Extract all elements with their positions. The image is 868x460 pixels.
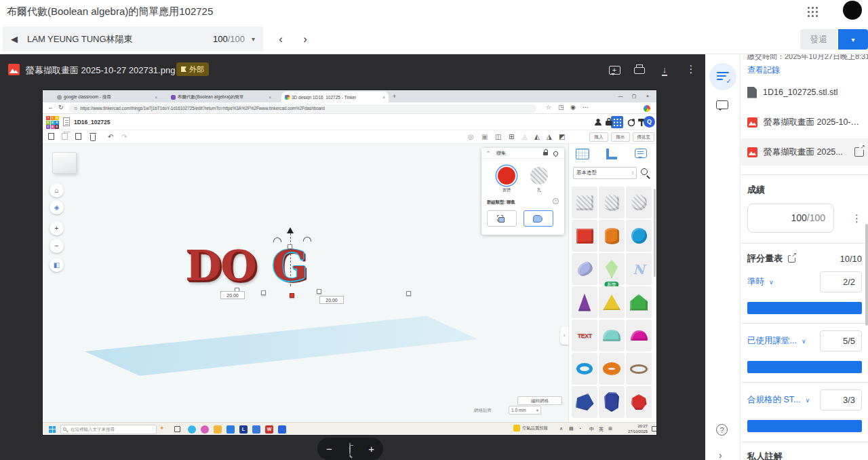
file-item-image-2-selected[interactable]: 螢幕擷取畫面 2025...	[741, 138, 868, 166]
rubric-total: 10/10	[840, 254, 862, 264]
shapes-panel: 基本造型↕ 新增!NTEXT	[568, 144, 656, 422]
external-badge: 外部	[176, 62, 209, 76]
search-shapes-icon	[641, 168, 648, 175]
minimize-icon: —	[615, 90, 626, 102]
chevron-down-icon[interactable]: ∨	[802, 338, 806, 345]
rubric-score[interactable]: 2/2	[820, 271, 862, 292]
shape-half-sphere	[626, 320, 652, 351]
chevron-down-icon[interactable]: ▾	[252, 35, 255, 43]
google-apps-icon[interactable]	[807, 6, 819, 18]
rubric-criterion-link[interactable]: 準時	[747, 276, 764, 288]
taskbar-app-word: W	[265, 425, 273, 434]
logo-tile: C	[46, 125, 50, 129]
zoom-in-button[interactable]: +	[368, 443, 374, 455]
return-button-group: 發還 ▾	[800, 29, 868, 50]
shape-box-hole	[572, 187, 597, 218]
shape-cone	[572, 286, 597, 318]
top-bar: 布爾代數(Boolean algebra)的簡單應用102725	[0, 0, 868, 24]
tinkercad-doc-name: 1D16_102725	[74, 119, 110, 126]
rubric-progress-bar	[747, 302, 862, 314]
notes-tool-icon	[635, 149, 651, 164]
clock: 20:2727/10/2025	[619, 424, 648, 434]
material-icon: ▣	[481, 133, 490, 141]
zoom-reset-button[interactable]	[349, 443, 351, 455]
logo-tile: R	[55, 121, 59, 125]
grade-section-label: 成績	[747, 184, 862, 196]
open-rubric-icon[interactable]	[788, 255, 795, 263]
user-avatar[interactable]	[843, 1, 862, 20]
shape-wedge	[626, 286, 652, 318]
toolbox-bag-icon	[604, 117, 614, 127]
tinkercad-viewport: ⌂ ◈ + − ◧ D O G 20.00	[43, 144, 568, 422]
search-icon	[63, 427, 66, 431]
open-in-new-icon[interactable]	[854, 147, 864, 157]
file-item-image-1[interactable]: 螢幕擷取畫面 2025-10-27 ...	[747, 109, 862, 136]
ungroup-icon: ⊞	[509, 133, 517, 141]
collapse-sidebar-icon[interactable]: ›	[719, 450, 722, 460]
grade-input[interactable]: 100/100	[747, 204, 834, 233]
chevron-down-icon[interactable]: ∨	[769, 279, 774, 286]
reload-icon: ↻	[58, 104, 64, 111]
previous-student-icon[interactable]: ◀	[11, 34, 18, 44]
close-tab-icon: ×	[269, 95, 271, 100]
browser-avatar	[644, 105, 650, 112]
workplane-tool-icon	[576, 149, 592, 164]
sidebar-content: 繳交時間：2025年10月27日晚上8:31 查看記錄 1D16_102725.…	[741, 54, 868, 460]
classroom-grading-app: 布爾代數(Boolean algebra)的簡單應用102725 ◀ LAM Y…	[0, 0, 868, 460]
view-history-link[interactable]: 查看記錄	[747, 64, 862, 76]
zoom-out-button[interactable]: −	[326, 443, 332, 455]
ime-lang-a: 中	[589, 426, 594, 433]
help-icon[interactable]: ?	[716, 424, 728, 436]
delete-icon	[90, 133, 98, 141]
more-options-button[interactable]: ⋮	[684, 63, 698, 78]
perspective-toggle-icon: ◧	[50, 258, 64, 272]
rubric-score[interactable]: 5/5	[820, 330, 862, 351]
task-view-icon	[174, 426, 180, 432]
tinkercad-toolbar: ↶ ↷ ◎ ▣ ◫ ⊞ ◬ ◭ ◮ ◩ 匯入 匯出 傳送至	[43, 130, 656, 144]
grade-menu-icon[interactable]: ⋮	[852, 212, 862, 225]
add-comment-button[interactable]: +	[607, 63, 622, 78]
fit-view-icon: ◈	[50, 200, 64, 214]
preview-filename: 螢幕擷取畫面 2025-10-27 202731.png	[26, 64, 175, 77]
tray-expand-icon: ∧	[559, 426, 563, 432]
shape-prism	[599, 386, 625, 418]
private-comments-label: 私人註解	[747, 451, 862, 460]
shape-cylinder-hole	[599, 187, 625, 218]
hole-swatch	[530, 167, 548, 185]
return-button[interactable]: 發還	[800, 29, 837, 50]
height-guide-line	[290, 233, 291, 286]
rubric-score[interactable]: 3/3	[820, 389, 862, 410]
paste-icon	[62, 133, 70, 141]
taskbar-app-app-teams	[278, 425, 286, 434]
grading-tab-icon[interactable]: ✓	[709, 63, 736, 90]
next-submission-button[interactable]: ›	[297, 31, 313, 47]
shape-pyramid	[599, 286, 625, 318]
logo-tile: A	[51, 125, 55, 129]
file-item-stl[interactable]: 1D16_102725.stl.stl	[747, 79, 862, 106]
rubric-criterion-link[interactable]: 合規格的 ST...	[747, 394, 800, 406]
shape-polygon	[572, 386, 597, 418]
return-options-button[interactable]: ▾	[838, 29, 868, 50]
copy-icon	[48, 133, 56, 141]
student-selector[interactable]: ◀ LAM YEUNG TUNG林陽東 100/100 ▾	[3, 26, 263, 52]
print-button[interactable]	[632, 63, 647, 78]
shape-cylinder	[599, 220, 625, 252]
comments-tab-icon[interactable]	[716, 100, 728, 109]
news-ticker: 空氣品質預報	[513, 425, 548, 432]
prev-submission-button[interactable]: ‹	[273, 31, 289, 47]
rotate-handle-icon	[273, 237, 281, 242]
submission-screenshot-image[interactable]: google classroom - 搜尋× 布爾代數(Boolean alge…	[43, 90, 656, 435]
student-score: 100/100	[213, 34, 245, 44]
send-to-button: 傳送至	[633, 132, 654, 142]
sidebar-scrollbar[interactable]	[865, 224, 868, 326]
shape-text: TEXT	[572, 320, 597, 351]
logo-tile: N	[55, 116, 59, 120]
shape-ring	[626, 353, 652, 385]
rubric-criterion-link[interactable]: 已使用課堂...	[747, 335, 797, 347]
rubric-progress-bar	[747, 420, 862, 432]
download-button[interactable]: ↓	[657, 63, 672, 78]
browser-tab-active: 3D design 1D16_102725 - Tinker×	[281, 92, 389, 102]
shape-torus-thin	[572, 353, 597, 385]
collapse-panel-icon: ⌃	[486, 148, 490, 159]
chevron-down-icon[interactable]: ∨	[805, 397, 810, 404]
